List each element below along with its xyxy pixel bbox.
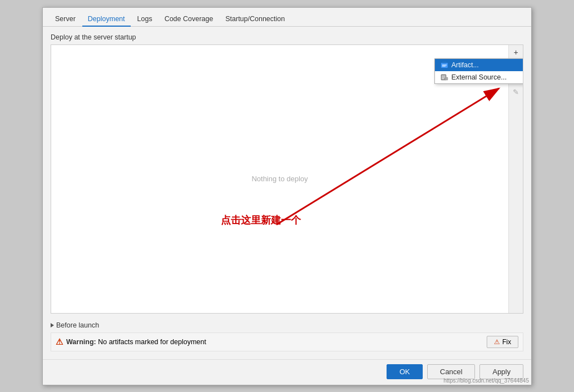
ok-button[interactable]: OK <box>387 364 423 379</box>
svg-rect-5 <box>442 76 446 76</box>
deploy-section-label: Deploy at the server startup <box>51 33 523 41</box>
tab-server[interactable]: Server <box>50 12 81 27</box>
external-source-icon <box>441 73 448 81</box>
before-launch-toggle[interactable]: Before launch <box>51 321 523 329</box>
dropdown-item-external-source[interactable]: External Source... <box>435 71 523 83</box>
dropdown-item-artifact[interactable]: Artifact... <box>435 59 523 71</box>
before-launch-label: Before launch <box>56 321 99 329</box>
edit-button[interactable]: ✎ <box>510 86 522 98</box>
add-button[interactable]: + Artifact. <box>510 46 522 58</box>
fix-warning-icon: ⚠ <box>494 338 500 346</box>
svg-rect-7 <box>442 78 444 79</box>
svg-rect-1 <box>442 62 447 63</box>
fix-button[interactable]: ⚠ Fix <box>487 336 518 348</box>
warning-text: Warning: No artifacts marked for deploym… <box>66 338 206 346</box>
warning-icon: ⚠ <box>56 337 63 347</box>
tab-logs[interactable]: Logs <box>132 12 158 27</box>
deploy-box: Nothing to deploy + <box>51 44 523 314</box>
tab-deployment[interactable]: Deployment <box>82 12 131 27</box>
tab-startup-connection[interactable]: Startup/Connection <box>220 12 290 27</box>
run-config-dialog: Server Deployment Logs Code Coverage Sta… <box>42 7 532 385</box>
deploy-sidebar: + Artifact. <box>508 45 523 313</box>
artifact-icon <box>441 61 448 69</box>
main-content: Deploy at the server startup Nothing to … <box>43 27 531 359</box>
svg-rect-8 <box>445 77 448 80</box>
add-dropdown-menu: Artifact... <box>434 58 523 84</box>
cancel-button[interactable]: Cancel <box>427 364 475 379</box>
warning-bar: ⚠ Warning: No artifacts marked for deplo… <box>51 333 523 351</box>
tab-bar: Server Deployment Logs Code Coverage Sta… <box>43 8 531 27</box>
before-launch-triangle <box>51 323 54 328</box>
before-launch-section: Before launch ⚠ Warning: No artifacts ma… <box>51 319 523 355</box>
apply-button[interactable]: Apply <box>479 364 523 379</box>
dropdown-external-label: External Source... <box>452 73 507 81</box>
bottom-bar: OK Cancel Apply <box>43 359 531 385</box>
deploy-empty-message: Nothing to deploy <box>51 45 508 313</box>
tab-code-coverage[interactable]: Code Coverage <box>159 12 219 27</box>
dropdown-artifact-label: Artifact... <box>452 61 479 69</box>
